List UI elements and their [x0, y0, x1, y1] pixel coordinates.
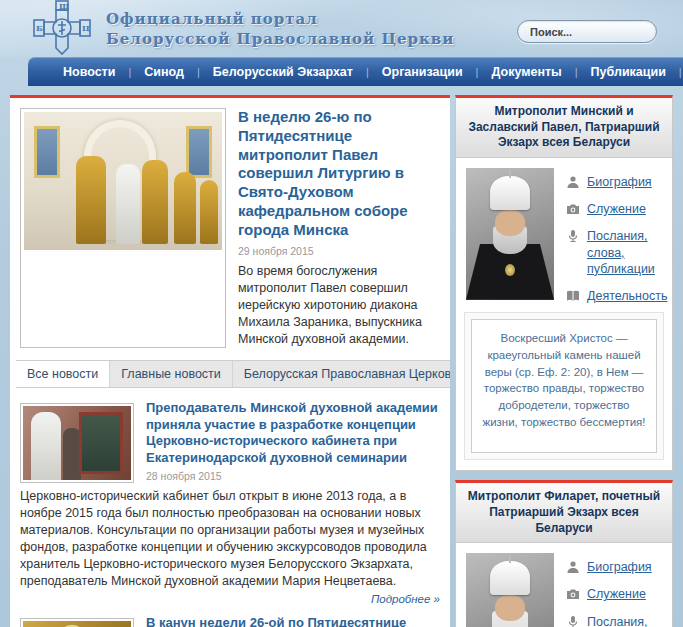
- nav-item-organizations[interactable]: Организации: [369, 65, 476, 79]
- featured-image[interactable]: [20, 108, 226, 348]
- icon-panel-decor: [34, 126, 60, 178]
- read-more-link[interactable]: Подробнее »: [20, 593, 440, 605]
- sidebar-block-metropolitan-filaret: Митрополит Филарет, почетный Патриарший …: [455, 480, 673, 627]
- microphone-icon: [566, 615, 580, 627]
- svg-text:Б: Б: [36, 23, 43, 33]
- tab-bpc-news[interactable]: Белорусская Православная Церковь: [233, 361, 450, 387]
- icon-panel-decor: [186, 126, 212, 178]
- nav-item-documents[interactable]: Документы: [478, 65, 574, 79]
- featured-article-title[interactable]: В неделю 26-ю по Пятидесятнице митрополи…: [238, 108, 440, 239]
- tab-main-news[interactable]: Главные новости: [110, 361, 233, 387]
- svg-text:Ц: Ц: [82, 23, 90, 33]
- quote-block: Воскресший Христос — краеугольный камень…: [464, 312, 664, 460]
- main-column: В неделю 26-ю по Пятидесятнице митрополи…: [10, 95, 450, 627]
- cabinet-decor: [79, 412, 123, 474]
- camera-icon: [566, 587, 580, 601]
- sidebar-block-metropolitan-pavel: Митрополит Минский и Заславский Павел, П…: [455, 95, 673, 471]
- site-title-line2: Белорусской Православной Церкви: [106, 30, 454, 50]
- search-box: [517, 20, 657, 43]
- sidebar-block-title: Митрополит Минский и Заславский Павел, П…: [456, 98, 672, 158]
- clergy-figure-decor: [174, 172, 196, 244]
- search-input[interactable]: [517, 20, 657, 43]
- site-title: Официальный портал Белорусской Православ…: [106, 10, 454, 49]
- nav-item-publications[interactable]: Публикации: [578, 65, 679, 79]
- activity-link[interactable]: Деятельность: [587, 288, 667, 304]
- microphone-icon: [566, 229, 580, 243]
- person-icon: [566, 560, 580, 574]
- messages-link[interactable]: Послания, слова, публикации: [587, 614, 667, 627]
- svg-text:Ш: Ш: [59, 1, 69, 11]
- person-icon: [566, 175, 580, 189]
- biography-link[interactable]: Биография: [587, 559, 652, 575]
- camera-icon: [566, 202, 580, 216]
- featured-article-date: 29 ноября 2015: [238, 245, 440, 257]
- news-item: В канун недели 26-ой по Пятидесятнице ми…: [20, 615, 440, 627]
- clergy-figure-decor: [116, 164, 140, 244]
- figure-decor: [31, 412, 61, 480]
- nav-item-exarchate[interactable]: Белорусский Экзархат: [200, 65, 366, 79]
- main-nav: Новости | Синод | Белорусский Экзархат |…: [28, 57, 683, 86]
- nav-item-synod[interactable]: Синод: [131, 65, 197, 79]
- content-area: В неделю 26-ю по Пятидесятнице митрополи…: [10, 95, 683, 627]
- sidebar-block-title: Митрополит Филарет, почетный Патриарший …: [456, 483, 672, 543]
- news-thumbnail[interactable]: [20, 618, 134, 627]
- service-link[interactable]: Служение: [587, 586, 646, 602]
- metropolitan-pavel-photo[interactable]: [466, 168, 554, 300]
- clergy-figure-decor: [76, 156, 106, 244]
- featured-article: В неделю 26-ю по Пятидесятнице митрополи…: [20, 108, 440, 348]
- site-header: Ш Б Ц Официальный портал Белорусской Пра…: [0, 0, 683, 57]
- messages-link[interactable]: Послания, слова, публикации: [587, 228, 667, 277]
- site-title-line1: Официальный портал: [106, 10, 454, 30]
- quote-text: Воскресший Христос — краеугольный камень…: [471, 319, 657, 453]
- biography-link[interactable]: Биография: [587, 174, 652, 190]
- news-body: Церковно-исторический кабинет был открыт…: [20, 488, 440, 589]
- nav-item-news[interactable]: Новости: [50, 65, 128, 79]
- featured-article-excerpt: Во время богослужения митрополит Павел с…: [238, 263, 440, 347]
- bpc-logo[interactable]: Ш Б Ц: [30, 0, 94, 57]
- news-item: Преподаватель Минской духовной академии …: [20, 400, 440, 606]
- tab-all-news[interactable]: Все новости: [16, 361, 110, 387]
- news-tabs: Все новости Главные новости Белорусская …: [16, 360, 450, 388]
- clergy-figure-decor: [200, 180, 218, 244]
- clergy-figure-decor: [142, 160, 168, 244]
- sidebar: Митрополит Минский и Заславский Павел, П…: [455, 95, 673, 627]
- book-icon: [566, 289, 580, 303]
- metropolitan-filaret-photo[interactable]: [466, 553, 554, 627]
- service-link[interactable]: Служение: [587, 201, 646, 217]
- news-thumbnail[interactable]: [20, 403, 134, 483]
